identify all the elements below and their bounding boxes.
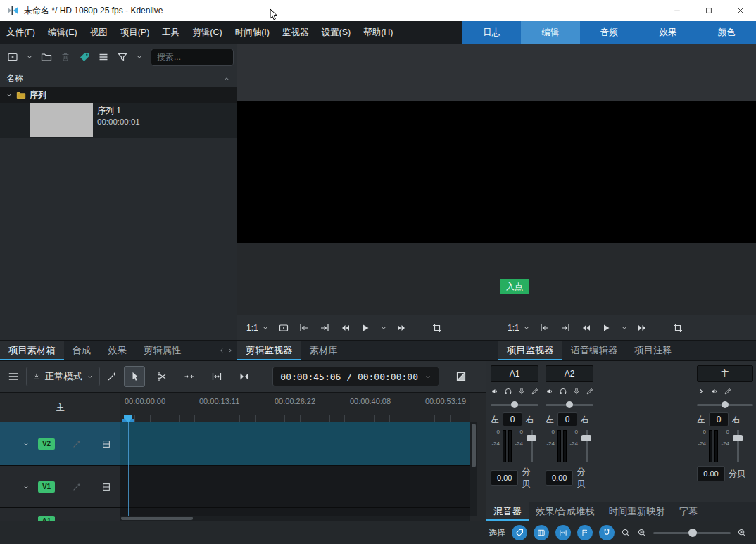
set-zone-in-button[interactable] — [539, 322, 550, 334]
zone-mode-button[interactable] — [431, 322, 443, 334]
add-clip-button[interactable] — [7, 51, 18, 63]
menu-timeline[interactable]: 时间轴(I) — [229, 21, 276, 44]
set-zone-in-button[interactable] — [298, 322, 310, 334]
solo-button[interactable] — [504, 387, 512, 396]
zoom-fit-button[interactable] — [621, 528, 631, 538]
fit-zone-toggle-button[interactable] — [555, 525, 571, 540]
set-zone-out-button[interactable] — [319, 322, 330, 334]
thumbnails-toggle-button[interactable] — [534, 525, 549, 540]
tab-mixer[interactable]: 混音器 — [486, 502, 529, 521]
slider-knob[interactable] — [527, 435, 536, 441]
track-lane-v1[interactable] — [120, 466, 470, 507]
record-button[interactable] — [517, 387, 526, 396]
mute-button[interactable] — [546, 387, 554, 396]
zoom-in-button[interactable] — [737, 528, 747, 538]
db-spinbox[interactable]: 0.00 — [491, 470, 518, 486]
slider-knob[interactable] — [581, 435, 591, 441]
filter-menu-button[interactable] — [136, 53, 143, 61]
solo-button[interactable] — [559, 387, 567, 396]
menu-edit[interactable]: 编辑(E) — [42, 21, 84, 44]
workspace-tab-audio[interactable]: 音频 — [580, 21, 638, 44]
pan-slider[interactable] — [491, 400, 538, 409]
db-spinbox[interactable]: 0.00 — [697, 466, 725, 481]
db-spinbox[interactable]: 0.00 — [546, 470, 573, 486]
markers-toggle-button[interactable] — [577, 525, 593, 540]
tab-time-remap[interactable]: 时间重新映射 — [602, 502, 672, 521]
timeline-menu-button[interactable] — [7, 370, 20, 383]
slip-tool-button[interactable] — [206, 366, 227, 387]
preview-split-button[interactable] — [455, 371, 467, 382]
tab-project-notes[interactable]: 项目注释 — [626, 341, 680, 360]
mute-button[interactable] — [710, 387, 719, 396]
track-collapse-button[interactable] — [18, 483, 34, 491]
razor-tool-button[interactable] — [151, 366, 172, 387]
slider-knob[interactable] — [733, 435, 743, 441]
menu-monitor[interactable]: 监视器 — [276, 21, 315, 44]
effects-button[interactable] — [586, 387, 594, 396]
slider-knob[interactable] — [566, 401, 573, 408]
effects-button[interactable] — [531, 387, 539, 396]
workspace-tab-log[interactable]: 日志 — [462, 21, 521, 44]
master-track-button[interactable]: 主 — [56, 402, 65, 414]
rewind-button[interactable] — [580, 322, 591, 334]
tab-clip-properties[interactable]: 剪辑属性 — [135, 341, 189, 360]
close-button[interactable] — [724, 0, 756, 21]
bin-search-input[interactable] — [151, 49, 234, 66]
selection-tool-button[interactable] — [124, 366, 145, 387]
timeline-ruler[interactable]: 00:00:00:00 00:00:13:11 00:00:26:22 00:0… — [120, 393, 470, 422]
balance-spinbox[interactable]: 0 — [709, 412, 729, 426]
rewind-button[interactable] — [339, 322, 351, 334]
play-menu-button[interactable] — [621, 324, 628, 331]
menu-tools[interactable]: 工具 — [156, 21, 186, 44]
menu-file[interactable]: 文件(F) — [0, 21, 42, 44]
tab-speech-editor[interactable]: 语音编辑器 — [562, 341, 626, 360]
menu-project[interactable]: 项目(P) — [114, 21, 156, 44]
filter-button[interactable] — [117, 51, 128, 63]
delete-button[interactable] — [60, 51, 71, 63]
minimize-button[interactable] — [661, 0, 693, 21]
scrollbar-handle[interactable] — [472, 424, 476, 467]
balance-spinbox[interactable]: 0 — [557, 412, 577, 426]
play-menu-button[interactable] — [380, 324, 387, 331]
track-header-v2[interactable]: V2 — [0, 422, 120, 465]
bin-name-column-header[interactable]: 名称 — [0, 70, 237, 87]
slider-knob[interactable] — [688, 529, 697, 537]
mix-tool-button[interactable] — [234, 366, 255, 387]
edit-mode-select[interactable]: 正常模式 — [26, 367, 100, 386]
menu-settings[interactable]: 设置(S) — [315, 21, 357, 44]
record-button[interactable] — [572, 387, 581, 396]
tab-subtitles[interactable]: 字幕 — [672, 502, 705, 521]
expand-chevron-icon[interactable] — [6, 91, 13, 99]
menu-view[interactable]: 视图 — [84, 21, 114, 44]
tags-toggle-button[interactable] — [512, 525, 527, 540]
timeline-horizontal-scrollbar[interactable] — [120, 516, 470, 521]
tab-project-bin[interactable]: 项目素材箱 — [0, 341, 64, 360]
balance-spinbox[interactable]: 0 — [503, 412, 522, 426]
zoom-out-button[interactable] — [637, 528, 647, 538]
volume-slider[interactable] — [732, 430, 743, 462]
slider-knob[interactable] — [511, 401, 518, 408]
tab-library[interactable]: 素材库 — [301, 341, 346, 360]
forward-button[interactable] — [396, 322, 408, 334]
project-monitor-zoom-select[interactable]: 1:1 — [508, 323, 530, 333]
tab-effect-stack[interactable]: 效果/合成堆栈 — [529, 502, 602, 521]
pan-slider[interactable] — [546, 400, 593, 409]
track-thumbnails-button[interactable] — [97, 438, 115, 450]
tag-button[interactable] — [79, 51, 90, 63]
mute-button[interactable] — [491, 387, 499, 396]
timecode-display[interactable]: 00:00:45:06 / 00:00:00:00 — [272, 367, 439, 386]
workspace-tab-color[interactable]: 颜色 — [698, 21, 756, 44]
effects-button[interactable] — [724, 387, 732, 396]
workspace-tab-effects[interactable]: 效果 — [638, 21, 697, 44]
create-folder-button[interactable] — [41, 51, 52, 63]
track-target-badge[interactable]: V2 — [38, 438, 55, 450]
spacer-tool-button[interactable] — [179, 366, 200, 387]
tab-effects[interactable]: 效果 — [99, 341, 135, 360]
maximize-button[interactable] — [693, 0, 724, 21]
clip-monitor-zoom-select[interactable]: 1:1 — [246, 323, 269, 333]
volume-slider[interactable] — [581, 430, 592, 462]
scrollbar-handle[interactable] — [121, 517, 193, 520]
insert-zone-button[interactable] — [278, 322, 289, 334]
bin-clip-row[interactable]: 序列 1 00:00:00:01 — [0, 103, 237, 138]
track-thumbnails-button[interactable] — [97, 481, 115, 493]
